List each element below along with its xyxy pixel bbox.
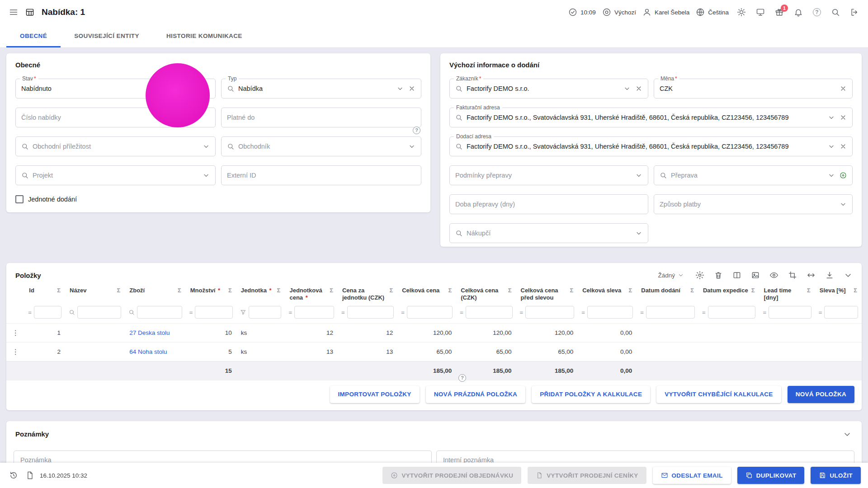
table-row[interactable]: ⋮264 Noha stolu5ks131365,0065,0065,000,0… [6,343,862,361]
typ-field[interactable]: Typ Nabídka [221,79,421,99]
collapse-items-button[interactable] [842,269,854,282]
sigma-icon[interactable]: Σ [807,287,811,294]
clear-icon[interactable] [840,114,847,121]
dodaci-adresa-field[interactable]: Dodací adresa Factorify DEMO s.r.o., Sva… [449,136,853,156]
save-button[interactable]: ULOŽIT [811,467,861,484]
add-items-calculations-button[interactable]: PŘIDAT POLOŽKY A KALKULACE [532,386,650,403]
sigma-icon[interactable]: Σ [628,287,632,294]
chevron-down-icon[interactable] [828,114,835,121]
item-link[interactable]: 27 Deska stolu [129,329,170,336]
profile-selector[interactable]: Výchozí [602,8,636,17]
visibility-button[interactable] [768,269,780,282]
sigma-icon[interactable]: Σ [178,287,181,294]
column-header-jednotkova_cena[interactable]: Jednotková cena *Σ [285,285,338,305]
filter-input-jednotka[interactable] [249,306,282,319]
zpusob-platby-field[interactable]: Způsob platby [654,194,853,214]
row-menu-icon[interactable]: ⋮ [6,343,24,361]
chevron-down-icon[interactable] [191,85,198,92]
equals-operator-icon[interactable]: = [819,309,822,316]
chevron-down-icon[interactable] [840,201,847,208]
sigma-icon[interactable]: Σ [57,287,61,294]
column-header-cena_za_jednotku_czk[interactable]: Cena za jednotku (CZK)Σ [338,285,397,305]
obchodnik-field[interactable]: Obchodník [221,136,421,156]
nakupci-field[interactable]: Nákupčí [449,223,648,243]
equals-operator-icon[interactable]: = [702,309,706,316]
group-by-selector[interactable]: Žádný [658,272,684,279]
history-button[interactable] [7,469,20,482]
chevron-down-icon[interactable] [635,230,642,237]
fit-view-button[interactable] [786,269,799,282]
sync-status[interactable]: 10:09 [568,8,596,17]
audit-log-button[interactable] [24,469,36,482]
clear-icon[interactable] [840,143,847,150]
sigma-icon[interactable]: Σ [570,287,573,294]
create-missing-calculations-button[interactable]: VYTVOŘIT CHYBĚJÍCÍ KALKULACE [656,386,781,403]
filter-input-celkova_cena_pred_slevou[interactable] [525,306,574,319]
sigma-icon[interactable]: Σ [330,287,333,294]
sigma-icon[interactable]: Σ [228,287,232,294]
preprava-field[interactable]: Přeprava [654,165,853,185]
menu-button[interactable] [7,6,20,19]
clear-icon[interactable] [635,85,642,92]
chevron-down-icon[interactable] [828,172,835,179]
new-empty-item-button[interactable]: NOVÁ PRÁZDNÁ POLOŽKA [426,386,526,403]
chevron-down-icon[interactable] [396,85,404,92]
podminky-prepravy-field[interactable]: Podmínky přepravy [449,165,648,185]
sigma-icon[interactable]: Σ [448,287,452,294]
row-menu-icon[interactable]: ⋮ [6,324,24,343]
platne-do-field[interactable]: Platné do [221,108,421,127]
column-header-sleva_pct[interactable]: Sleva [%]Σ [815,285,862,305]
column-header-celkova_cena[interactable]: Celková cenaΣ [397,285,456,305]
logout-button[interactable] [848,6,861,19]
equals-operator-icon[interactable]: = [763,309,766,316]
equals-operator-icon[interactable]: = [341,309,345,316]
send-email-button[interactable]: ODESLAT EMAIL [653,467,731,484]
externi-id-field[interactable]: Externí ID [221,165,421,185]
clear-icon[interactable] [203,85,210,92]
sigma-icon[interactable]: Σ [389,287,393,294]
help-button[interactable]: ? [811,6,823,18]
import-items-button[interactable]: IMPORTOVAT POLOŽKY [330,386,420,403]
jednotne-dodani-checkbox[interactable]: Jednotné dodání [6,189,86,212]
filter-input-zbozi[interactable] [137,306,182,319]
filter-input-datum_dodani[interactable] [646,306,695,319]
sigma-icon[interactable]: Σ [751,287,755,294]
filter-input-nazev[interactable] [77,306,121,319]
media-button[interactable] [749,269,762,282]
columns-button[interactable] [731,269,743,282]
column-header-datum_dodani[interactable]: Datum dodáníΣ [637,285,698,305]
table-row[interactable]: ⋮127 Deska stolu10ks1212120,00120,00120,… [6,324,862,343]
column-header-lead_time[interactable]: Lead time [dny]Σ [759,285,815,305]
item-link[interactable]: 64 Noha stolu [129,348,167,355]
user-menu[interactable]: Karel Šebela [642,8,689,17]
whats-new-button[interactable]: 1 [773,6,786,19]
equals-operator-icon[interactable]: = [401,309,405,316]
equals-operator-icon[interactable]: = [520,309,524,316]
cislo-nabidky-field[interactable]: Číslo nabídky [15,108,216,127]
projekt-field[interactable]: Projekt [15,165,216,185]
collapse-notes-button[interactable] [841,428,854,441]
chevron-down-icon[interactable] [408,143,415,150]
tab-obecne[interactable]: OBECNÉ [6,24,61,47]
notifications-button[interactable] [792,6,805,19]
column-header-celkova_cena_pred_slevou[interactable]: Celková cena před slevouΣ [516,285,578,305]
filter-input-lead_time[interactable] [769,306,811,319]
sigma-icon[interactable]: Σ [854,287,857,294]
sigma-icon[interactable]: Σ [277,287,281,294]
column-header-celkova_sleva[interactable]: Celková slevaΣ [578,285,637,305]
equals-operator-icon[interactable]: = [28,309,32,316]
clear-icon[interactable] [840,85,847,92]
sigma-icon[interactable]: Σ [117,287,120,294]
clear-icon[interactable] [408,85,415,92]
column-width-button[interactable] [805,269,817,282]
chevron-down-icon[interactable] [828,143,835,150]
column-header-datum_expedice[interactable]: Datum expediceΣ [698,285,760,305]
display-button[interactable] [754,6,767,19]
new-item-button[interactable]: NOVÁ POLOŽKA [788,386,854,403]
mena-field[interactable]: Měna* CZK [654,79,853,99]
search-button[interactable] [829,6,842,19]
equals-operator-icon[interactable]: = [460,309,463,316]
column-header-jednotka[interactable]: Jednotka *Σ [236,285,285,305]
filter-input-celkova_cena_czk[interactable] [466,306,513,319]
filter-input-datum_expedice[interactable] [708,306,756,319]
